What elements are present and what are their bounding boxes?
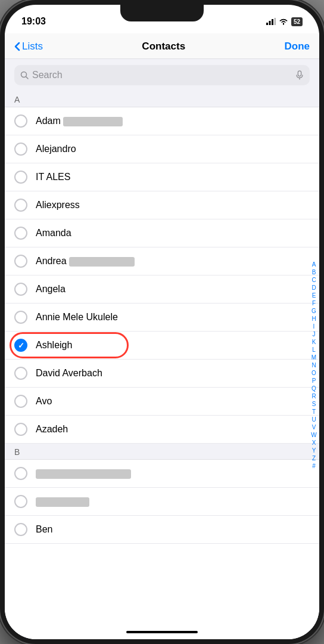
- radio-button[interactable]: [14, 523, 27, 536]
- radio-button[interactable]: [14, 283, 27, 296]
- status-time: 19:03: [21, 16, 46, 27]
- alpha-l[interactable]: L: [310, 346, 318, 354]
- radio-button-checked[interactable]: [14, 339, 27, 352]
- battery-icon: 52: [291, 17, 303, 26]
- alpha-m[interactable]: M: [310, 354, 318, 361]
- radio-button[interactable]: [14, 467, 27, 480]
- alpha-z[interactable]: Z: [310, 455, 318, 462]
- contact-name: Annie Mele Ukulele: [36, 312, 118, 323]
- alpha-h[interactable]: H: [310, 315, 318, 323]
- radio-button[interactable]: [14, 311, 27, 324]
- mic-icon: [295, 70, 304, 80]
- contact-name: [36, 496, 89, 507]
- radio-button[interactable]: [14, 199, 27, 212]
- radio-button[interactable]: [14, 171, 27, 184]
- alpha-q[interactable]: Q: [310, 385, 318, 392]
- alpha-k[interactable]: K: [310, 339, 318, 346]
- alpha-p[interactable]: P: [310, 377, 318, 385]
- list-item[interactable]: Annie Mele Ukulele: [5, 304, 319, 332]
- home-indicator: [126, 631, 198, 633]
- notch: [120, 5, 204, 21]
- contact-list[interactable]: A Adam Alejandro IT ALES: [5, 91, 319, 639]
- alpha-c[interactable]: C: [310, 277, 318, 284]
- alpha-a[interactable]: A: [310, 261, 318, 268]
- signal-icon: [266, 18, 276, 25]
- list-item[interactable]: Amanda: [5, 219, 319, 247]
- radio-button[interactable]: [14, 495, 27, 508]
- radio-button[interactable]: [14, 227, 27, 240]
- alpha-t[interactable]: T: [310, 408, 318, 416]
- alpha-w[interactable]: W: [310, 432, 318, 439]
- search-bar-container: Search: [5, 59, 319, 91]
- radio-button[interactable]: [14, 395, 27, 408]
- contact-name: Alejandro: [36, 144, 76, 154]
- svg-rect-1: [269, 21, 270, 25]
- wifi-icon: [279, 18, 288, 25]
- search-placeholder: Search: [32, 70, 292, 80]
- alpha-r[interactable]: R: [310, 393, 318, 400]
- phone-inner: 19:03 52: [5, 5, 319, 639]
- contact-name: Ben: [36, 524, 52, 535]
- alpha-e[interactable]: E: [310, 292, 318, 299]
- alpha-b[interactable]: B: [310, 269, 318, 276]
- alpha-s[interactable]: S: [310, 401, 318, 408]
- alpha-d[interactable]: D: [310, 284, 318, 292]
- alpha-f[interactable]: F: [310, 300, 318, 307]
- alpha-i[interactable]: I: [310, 323, 318, 330]
- list-item[interactable]: IT ALES: [5, 163, 319, 191]
- contact-name: Azadeh: [36, 424, 68, 435]
- list-item[interactable]: Alejandro: [5, 135, 319, 163]
- contact-name: David Averbach: [36, 368, 102, 379]
- phone-frame: 19:03 52: [0, 0, 324, 644]
- alpha-g[interactable]: G: [310, 308, 318, 315]
- alpha-u[interactable]: U: [310, 416, 318, 423]
- list-item-ashleigh[interactable]: Ashleigh: [5, 332, 319, 360]
- alpha-v[interactable]: V: [310, 424, 318, 431]
- svg-rect-2: [272, 19, 273, 25]
- search-icon: [20, 71, 29, 79]
- svg-rect-3: [274, 18, 276, 25]
- list-item[interactable]: Aliexpress: [5, 191, 319, 219]
- svg-rect-0: [266, 23, 268, 25]
- alpha-j[interactable]: J: [310, 331, 318, 338]
- section-header-b: B: [5, 444, 319, 460]
- back-chevron-icon: [14, 42, 20, 51]
- contact-name: Angela: [36, 284, 66, 295]
- contact-name: Avo: [36, 396, 52, 407]
- contact-name: Ashleigh: [36, 340, 72, 351]
- nav-bar: Lists Contacts Done: [5, 33, 319, 59]
- section-header-a: A: [5, 91, 319, 107]
- screen-content: Lists Contacts Done Search: [5, 33, 319, 639]
- alpha-hash[interactable]: #: [310, 463, 318, 470]
- alphabet-index[interactable]: A B C D E F G H I J K L M N O P Q: [310, 261, 318, 470]
- svg-line-5: [26, 77, 29, 79]
- radio-button[interactable]: [14, 423, 27, 436]
- list-item[interactable]: Ben: [5, 516, 319, 544]
- list-item[interactable]: Angela: [5, 275, 319, 304]
- radio-button[interactable]: [14, 255, 27, 268]
- alpha-o[interactable]: O: [310, 370, 318, 377]
- search-bar[interactable]: Search: [14, 65, 310, 85]
- alpha-n[interactable]: N: [310, 362, 318, 369]
- contact-name: Amanda: [36, 228, 71, 239]
- list-item[interactable]: [5, 460, 319, 488]
- contact-name: IT ALES: [36, 172, 70, 182]
- list-item[interactable]: Avo: [5, 388, 319, 416]
- list-item[interactable]: David Averbach: [5, 360, 319, 388]
- back-button[interactable]: Lists: [14, 41, 43, 52]
- alpha-y[interactable]: Y: [310, 447, 318, 454]
- done-button[interactable]: Done: [284, 41, 310, 52]
- radio-button[interactable]: [14, 143, 27, 156]
- status-icons: 52: [266, 17, 303, 26]
- list-item[interactable]: Adam: [5, 107, 319, 135]
- list-item[interactable]: [5, 488, 319, 516]
- contact-name: [36, 468, 131, 479]
- contact-name: Andrea: [36, 256, 135, 267]
- radio-button[interactable]: [14, 367, 27, 380]
- contact-name: Aliexpress: [36, 200, 80, 210]
- list-item[interactable]: Andrea: [5, 247, 319, 275]
- alpha-x[interactable]: X: [310, 439, 318, 447]
- page-title: Contacts: [142, 41, 185, 52]
- radio-button[interactable]: [14, 114, 27, 128]
- list-item[interactable]: Azadeh: [5, 416, 319, 444]
